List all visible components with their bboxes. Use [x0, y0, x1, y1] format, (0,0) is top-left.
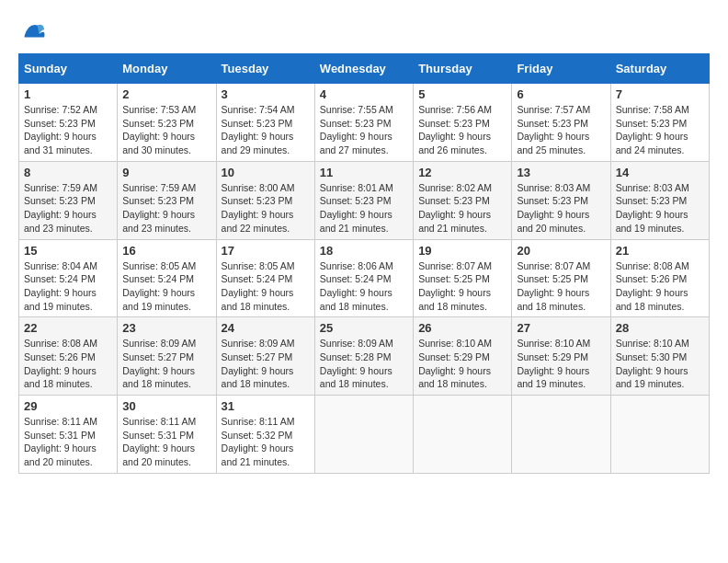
day-info: Sunrise: 7:59 AM Sunset: 5:23 PM Dayligh… [24, 181, 112, 236]
calendar-cell: 23 Sunrise: 8:09 AM Sunset: 5:27 PM Dayl… [118, 317, 216, 396]
day-number: 8 [24, 166, 112, 179]
day-info: Sunrise: 8:00 AM Sunset: 5:23 PM Dayligh… [222, 181, 310, 236]
calendar-cell: 10 Sunrise: 8:00 AM Sunset: 5:23 PM Dayl… [216, 161, 314, 239]
day-info: Sunrise: 8:09 AM Sunset: 5:27 PM Dayligh… [222, 337, 310, 391]
day-number: 12 [418, 166, 506, 179]
day-number: 7 [616, 87, 704, 101]
calendar-cell: 17 Sunrise: 8:05 AM Sunset: 5:24 PM Dayl… [216, 239, 314, 317]
day-info: Sunrise: 8:10 AM Sunset: 5:29 PM Dayligh… [418, 337, 506, 391]
day-info: Sunrise: 8:09 AM Sunset: 5:28 PM Dayligh… [320, 337, 408, 391]
calendar-cell [414, 396, 512, 474]
day-number: 17 [222, 244, 310, 258]
header-wednesday: Wednesday [314, 54, 413, 84]
day-number: 3 [222, 87, 310, 101]
day-number: 1 [24, 87, 112, 101]
day-info: Sunrise: 8:01 AM Sunset: 5:23 PM Dayligh… [320, 181, 408, 236]
day-number: 5 [418, 87, 506, 101]
calendar-week-5: 29 Sunrise: 8:11 AM Sunset: 5:31 PM Dayl… [19, 396, 710, 474]
day-info: Sunrise: 8:10 AM Sunset: 5:30 PM Dayligh… [616, 337, 704, 391]
header-thursday: Thursday [414, 54, 512, 84]
calendar-cell: 2 Sunrise: 7:53 AM Sunset: 5:23 PM Dayli… [118, 84, 216, 162]
day-number: 29 [24, 399, 112, 413]
calendar-cell: 30 Sunrise: 8:11 AM Sunset: 5:31 PM Dayl… [118, 396, 216, 474]
day-info: Sunrise: 8:09 AM Sunset: 5:27 PM Dayligh… [122, 337, 210, 391]
day-number: 10 [222, 166, 310, 179]
calendar-cell: 21 Sunrise: 8:08 AM Sunset: 5:26 PM Dayl… [610, 239, 709, 317]
day-info: Sunrise: 8:11 AM Sunset: 5:31 PM Dayligh… [24, 415, 112, 469]
day-info: Sunrise: 8:05 AM Sunset: 5:24 PM Dayligh… [122, 259, 210, 314]
calendar-cell: 26 Sunrise: 8:10 AM Sunset: 5:29 PM Dayl… [414, 317, 512, 396]
day-number: 15 [24, 244, 112, 258]
day-number: 13 [517, 166, 605, 179]
calendar-cell [314, 396, 413, 474]
day-number: 11 [320, 166, 408, 179]
calendar-cell: 3 Sunrise: 7:54 AM Sunset: 5:23 PM Dayli… [216, 84, 314, 162]
calendar-cell: 31 Sunrise: 8:11 AM Sunset: 5:32 PM Dayl… [216, 396, 314, 474]
day-number: 20 [517, 244, 605, 258]
calendar-cell: 29 Sunrise: 8:11 AM Sunset: 5:31 PM Dayl… [19, 396, 118, 474]
day-info: Sunrise: 7:55 AM Sunset: 5:23 PM Dayligh… [320, 103, 408, 157]
calendar: SundayMondayTuesdayWednesdayThursdayFrid… [18, 53, 710, 474]
header-saturday: Saturday [610, 54, 709, 84]
day-info: Sunrise: 7:54 AM Sunset: 5:23 PM Dayligh… [222, 103, 310, 157]
calendar-cell: 14 Sunrise: 8:03 AM Sunset: 5:23 PM Dayl… [610, 161, 709, 239]
day-number: 6 [517, 87, 605, 101]
calendar-week-4: 22 Sunrise: 8:08 AM Sunset: 5:26 PM Dayl… [19, 317, 710, 396]
calendar-cell: 6 Sunrise: 7:57 AM Sunset: 5:23 PM Dayli… [512, 84, 610, 162]
day-number: 25 [320, 321, 408, 335]
day-number: 2 [122, 87, 210, 101]
day-number: 18 [320, 244, 408, 258]
calendar-cell: 11 Sunrise: 8:01 AM Sunset: 5:23 PM Dayl… [314, 161, 413, 239]
calendar-cell: 9 Sunrise: 7:59 AM Sunset: 5:23 PM Dayli… [118, 161, 216, 239]
calendar-cell: 27 Sunrise: 8:10 AM Sunset: 5:29 PM Dayl… [512, 317, 610, 396]
day-info: Sunrise: 7:57 AM Sunset: 5:23 PM Dayligh… [517, 103, 605, 157]
day-info: Sunrise: 8:07 AM Sunset: 5:25 PM Dayligh… [517, 259, 605, 314]
calendar-week-2: 8 Sunrise: 7:59 AM Sunset: 5:23 PM Dayli… [19, 161, 710, 239]
day-info: Sunrise: 8:08 AM Sunset: 5:26 PM Dayligh… [24, 337, 112, 391]
day-number: 27 [517, 321, 605, 335]
day-info: Sunrise: 7:56 AM Sunset: 5:23 PM Dayligh… [418, 103, 506, 157]
day-number: 16 [122, 244, 210, 258]
day-info: Sunrise: 8:11 AM Sunset: 5:32 PM Dayligh… [222, 415, 310, 469]
logo [18, 18, 46, 44]
header-tuesday: Tuesday [216, 54, 314, 84]
calendar-header-row: SundayMondayTuesdayWednesdayThursdayFrid… [19, 54, 710, 84]
day-number: 28 [616, 321, 704, 335]
day-number: 26 [418, 321, 506, 335]
calendar-cell: 15 Sunrise: 8:04 AM Sunset: 5:24 PM Dayl… [19, 239, 118, 317]
day-number: 22 [24, 321, 112, 335]
calendar-week-3: 15 Sunrise: 8:04 AM Sunset: 5:24 PM Dayl… [19, 239, 710, 317]
day-info: Sunrise: 8:02 AM Sunset: 5:23 PM Dayligh… [418, 181, 506, 236]
calendar-week-1: 1 Sunrise: 7:52 AM Sunset: 5:23 PM Dayli… [19, 84, 710, 162]
day-number: 14 [616, 166, 704, 179]
calendar-cell: 16 Sunrise: 8:05 AM Sunset: 5:24 PM Dayl… [118, 239, 216, 317]
day-number: 9 [122, 166, 210, 179]
calendar-cell: 12 Sunrise: 8:02 AM Sunset: 5:23 PM Dayl… [414, 161, 512, 239]
calendar-cell: 1 Sunrise: 7:52 AM Sunset: 5:23 PM Dayli… [19, 84, 118, 162]
day-number: 4 [320, 87, 408, 101]
day-number: 30 [122, 399, 210, 413]
day-number: 23 [122, 321, 210, 335]
calendar-cell: 5 Sunrise: 7:56 AM Sunset: 5:23 PM Dayli… [414, 84, 512, 162]
header-monday: Monday [118, 54, 216, 84]
calendar-cell: 19 Sunrise: 8:07 AM Sunset: 5:25 PM Dayl… [414, 239, 512, 317]
day-info: Sunrise: 8:03 AM Sunset: 5:23 PM Dayligh… [616, 181, 704, 236]
logo-icon [20, 18, 46, 44]
calendar-cell: 18 Sunrise: 8:06 AM Sunset: 5:24 PM Dayl… [314, 239, 413, 317]
day-info: Sunrise: 8:03 AM Sunset: 5:23 PM Dayligh… [517, 181, 605, 236]
calendar-cell: 20 Sunrise: 8:07 AM Sunset: 5:25 PM Dayl… [512, 239, 610, 317]
header [18, 18, 710, 44]
header-sunday: Sunday [19, 54, 118, 84]
calendar-cell: 22 Sunrise: 8:08 AM Sunset: 5:26 PM Dayl… [19, 317, 118, 396]
calendar-cell: 8 Sunrise: 7:59 AM Sunset: 5:23 PM Dayli… [19, 161, 118, 239]
day-number: 24 [222, 321, 310, 335]
day-info: Sunrise: 8:05 AM Sunset: 5:24 PM Dayligh… [222, 259, 310, 314]
day-number: 31 [222, 399, 310, 413]
calendar-cell: 24 Sunrise: 8:09 AM Sunset: 5:27 PM Dayl… [216, 317, 314, 396]
day-info: Sunrise: 8:08 AM Sunset: 5:26 PM Dayligh… [616, 259, 704, 314]
day-number: 21 [616, 244, 704, 258]
header-friday: Friday [512, 54, 610, 84]
day-info: Sunrise: 8:11 AM Sunset: 5:31 PM Dayligh… [122, 415, 210, 469]
day-info: Sunrise: 7:53 AM Sunset: 5:23 PM Dayligh… [122, 103, 210, 157]
calendar-cell [512, 396, 610, 474]
